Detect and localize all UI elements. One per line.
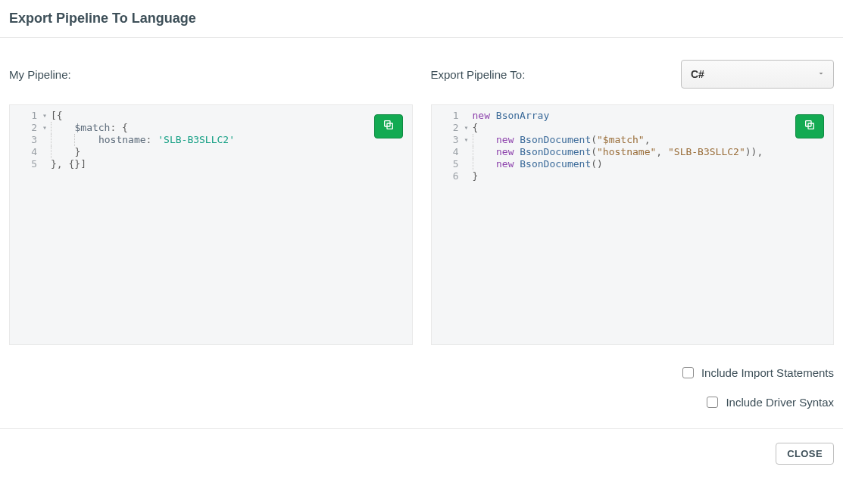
copy-icon: [382, 119, 395, 134]
code-line: 2▾{: [432, 122, 834, 134]
source-editor[interactable]: 1▾[{2▾ $match: {3 hostname: 'SLB-B3SLLC2…: [9, 104, 413, 345]
source-label: My Pipeline:: [9, 68, 71, 81]
dialog-content: My Pipeline: 1▾[{2▾ $match: {3 hostname:…: [0, 38, 843, 353]
output-label: Export Pipeline To:: [431, 68, 526, 81]
dialog-header: Export Pipeline To Language: [0, 0, 843, 38]
copy-source-button[interactable]: [374, 114, 403, 138]
copy-output-button[interactable]: [795, 114, 824, 138]
code-line: 4 }: [10, 146, 412, 158]
code-line: 5 new BsonDocument(): [432, 158, 834, 170]
code-line: 5}, {}]: [10, 158, 412, 170]
dialog-footer: CLOSE: [0, 428, 843, 474]
code-line: 4 new BsonDocument("hostname", "SLB-B3SL…: [432, 146, 834, 158]
code-line: 3▾ new BsonDocument("$match",: [432, 134, 834, 146]
output-editor[interactable]: 1new BsonArray2▾{3▾ new BsonDocument("$m…: [431, 104, 835, 345]
include-imports-label: Include Import Statements: [701, 366, 834, 379]
close-button[interactable]: CLOSE: [776, 443, 834, 465]
language-selected-value: C#: [691, 68, 704, 80]
chevron-down-icon: [816, 68, 826, 80]
include-driver-option[interactable]: Include Driver Syntax: [707, 396, 834, 409]
code-line: 6}: [432, 170, 834, 182]
copy-icon: [804, 119, 816, 134]
source-column: My Pipeline: 1▾[{2▾ $match: {3 hostname:…: [9, 59, 413, 345]
code-line: 2▾ $match: {: [10, 122, 412, 134]
code-line: 1new BsonArray: [432, 110, 834, 122]
include-driver-checkbox[interactable]: [707, 397, 718, 408]
include-imports-checkbox[interactable]: [682, 367, 694, 378]
dialog-title: Export Pipeline To Language: [9, 11, 834, 26]
source-header: My Pipeline:: [9, 59, 413, 89]
code-line: 3 hostname: 'SLB-B3SLLC2': [10, 134, 412, 146]
output-header: Export Pipeline To: C#: [431, 59, 835, 89]
code-line: 1▾[{: [10, 110, 412, 122]
language-select[interactable]: C#: [681, 60, 834, 89]
include-driver-label: Include Driver Syntax: [726, 396, 834, 409]
include-imports-option[interactable]: Include Import Statements: [682, 366, 834, 379]
options-panel: Include Import Statements Include Driver…: [0, 353, 843, 415]
output-column: Export Pipeline To: C# 1new BsonArray2▾{…: [431, 59, 835, 345]
